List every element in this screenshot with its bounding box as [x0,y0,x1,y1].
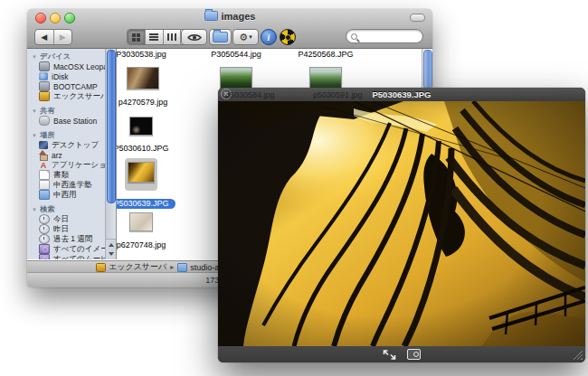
folder-plain-icon [39,180,50,190]
search-input[interactable] [361,31,410,42]
sidebar-item-applications[interactable]: Aアプリケーション [27,160,106,170]
sidebar-item-nakanishi-school[interactable]: 中西進学塾 [27,180,106,190]
sidebar-item-home[interactable]: arz [27,150,106,160]
file-item-selected[interactable]: P5030639.JPG [117,158,175,210]
info-icon: i [268,33,270,42]
action-menu-button[interactable]: ⚙▾ [232,29,259,45]
sidebar-item-idisk[interactable]: iDisk [27,71,106,81]
sidebar-section-search: ▼検索 [27,204,106,214]
sidebar-section-places: ▼場所 [27,130,106,140]
home-icon [39,151,48,159]
clock-icon [39,234,50,244]
column-view-button[interactable] [164,30,182,44]
toolbar-toggle-button[interactable] [410,14,425,22]
get-info-button[interactable]: i [261,29,277,45]
quicklook-window: × p5030584.jpg p5030591.jpg P5030639.JPG [218,88,585,362]
file-item[interactable]: P3050544.jpg [202,50,270,59]
desktop: images ◀ ▶ ⚙▾ i [0,0,588,376]
file-item[interactable]: p6270748.jpg [117,212,175,249]
sidebar-item-documents[interactable]: 書類 [27,170,106,180]
applications-icon: A [39,161,48,169]
scrollbar-arrows[interactable] [106,239,116,259]
server-icon [39,91,50,101]
selected-file-label: P5030639.JPG [117,199,175,209]
idisk-icon [39,72,48,80]
new-folder-button[interactable] [209,29,232,45]
sidebar-item-base-station[interactable]: Base Station [27,116,106,126]
photo-thumbnail [220,67,252,89]
sidebar-item-xserver[interactable]: エックスサーバ [27,91,106,101]
photo-thumbnail [129,212,153,231]
disclosure-triangle-icon[interactable]: ▼ [32,207,37,212]
sidebar-item-desktop[interactable]: デスクトップ [27,140,106,150]
list-icon [149,33,158,41]
resize-grip[interactable] [573,350,583,360]
sidebar-item-bootcamp[interactable]: BOOTCAMP [27,81,106,91]
finder-sidebar: ▼デバイス MacOSX Leopard iDisk BOOTCAMP エックス… [27,49,117,259]
smart-folder-icon [39,254,50,259]
server-icon [96,263,106,272]
internal-drive-icon [39,61,50,71]
file-item[interactable]: P4250568.JPG [291,50,360,59]
list-view-button[interactable] [146,30,164,44]
add-to-iphoto-icon[interactable] [407,349,421,360]
finder-titlebar[interactable]: images [27,9,432,25]
disclosure-triangle-icon[interactable]: ▼ [32,108,37,114]
sidebar-item-yesterday[interactable]: 昨日 [27,224,106,234]
sidebar-item-macosx-leopard[interactable]: MacOSX Leopard [27,61,106,71]
sidebar-item-past-week[interactable]: 過去 1 週間 [27,234,106,244]
sidebar-item-all-movies[interactable]: すべてのムービー [27,254,106,259]
search-field[interactable] [346,29,423,43]
blue-folder-icon [213,32,228,42]
search-icon [351,33,357,40]
sidebar-item-all-images[interactable]: すべてのイメージ [27,244,106,254]
clock-icon [39,214,50,224]
grid-icon [132,33,140,42]
back-button[interactable]: ◀ [35,30,54,44]
forward-button[interactable]: ▶ [54,30,72,44]
sidebar-scrollbar[interactable] [105,49,116,259]
clock-icon [39,224,50,234]
columns-icon [167,33,176,41]
disclosure-triangle-icon[interactable]: ▼ [32,133,37,138]
sidebar-section-devices: ▼デバイス [27,52,106,61]
fullscreen-icon[interactable] [383,349,396,361]
quicklook-titlebar[interactable]: × p5030584.jpg p5030591.jpg P5030639.JPG [218,88,585,101]
back-forward-control: ◀ ▶ [34,29,72,45]
folder-blue-icon [39,190,50,200]
icon-view-button[interactable] [128,30,146,44]
quicklook-image [218,101,585,346]
file-item[interactable]: P3030538.jpg [117,50,175,59]
internal-drive-icon [39,81,50,91]
documents-icon [39,170,50,180]
disclosure-triangle-icon[interactable]: ▼ [32,54,37,60]
quicklook-button[interactable] [181,29,207,45]
finder-toolbar: ◀ ▶ ⚙▾ i [27,25,432,49]
burn-button[interactable] [280,29,296,45]
chevron-down-icon: ▾ [249,33,252,41]
quicklook-footer [218,346,585,362]
photo-thumbnail [129,117,153,136]
quicklook-title: P5030639.JPG [218,89,585,99]
smart-folder-icon [39,244,50,254]
path-separator: ▸ [170,263,174,271]
photo-thumbnail [127,67,159,89]
file-item[interactable]: P5030610.JPG [117,117,175,153]
photo-thumbnail [309,67,342,89]
file-item[interactable]: p4270579.jpg [117,67,177,107]
eye-icon [187,33,202,42]
folder-icon [177,263,187,272]
window-title: images [27,11,432,22]
airport-icon [39,116,50,126]
photo-thumbnail [128,162,155,183]
scrollbar-thumb[interactable] [107,50,116,203]
scrollbar-thumb[interactable] [423,50,432,89]
sidebar-item-nakanishi-use[interactable]: 中西用 [27,190,106,200]
gear-icon: ⚙ [239,32,248,43]
sidebar-section-shared: ▼共有 [27,106,106,116]
sidebar-item-today[interactable]: 今日 [27,214,106,224]
desktop-icon [39,141,48,149]
folder-icon [204,11,218,21]
selection-highlight [125,158,157,191]
